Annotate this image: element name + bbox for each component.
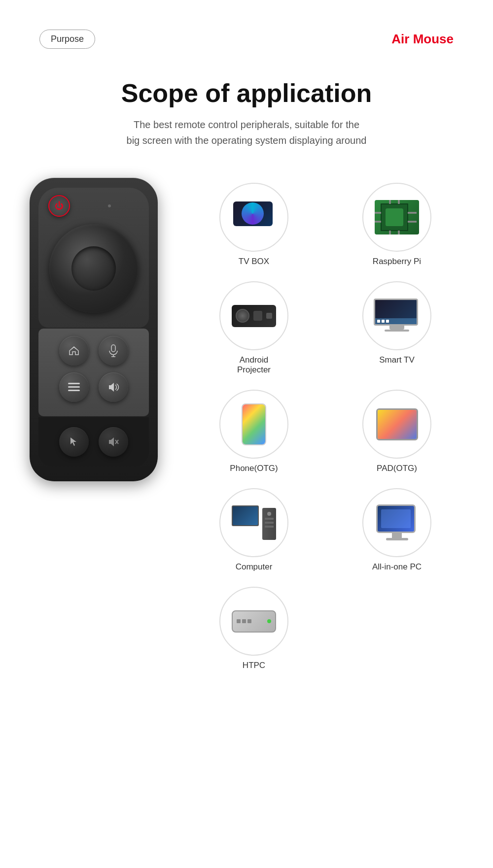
svg-rect-9 — [386, 208, 403, 226]
projector-body — [253, 311, 262, 321]
volume-button[interactable] — [99, 372, 128, 402]
main-content: ⏻ — [0, 158, 493, 690]
aio-label: All-in-one PC — [372, 562, 422, 572]
aio-stand — [392, 533, 402, 538]
cursor-button[interactable] — [59, 427, 89, 457]
pad-label: PAD(OTG) — [377, 464, 417, 473]
phone-label: Phone(OTG) — [230, 464, 278, 473]
device-tvbox: TV BOX — [187, 183, 320, 267]
projector-label: AndroidProjecter — [237, 355, 271, 375]
smart-tv-circle — [362, 281, 431, 350]
tvbox-icon — [233, 201, 275, 234]
button-row-1 — [43, 336, 144, 366]
remote-top-bar: ⏻ — [43, 195, 144, 217]
scroll-wheel-inner — [71, 246, 116, 291]
tv-app-3 — [386, 320, 389, 323]
htpc-ports — [237, 619, 251, 623]
aio-icon — [376, 504, 418, 541]
htpc-label: HTPC — [243, 661, 265, 670]
rpi-chip-svg — [375, 200, 417, 234]
tv-app-2 — [382, 320, 385, 323]
device-raspberry-pi: Raspberry Pi — [330, 183, 463, 267]
computer-circle — [219, 488, 288, 557]
remote-top-section: ⏻ — [38, 188, 149, 328]
tower-slot-2 — [265, 522, 274, 524]
aio-base — [386, 538, 408, 540]
htpc-port-2 — [242, 619, 246, 623]
monitor — [232, 505, 259, 526]
tv-app-1 — [377, 320, 380, 323]
button-row-bottom — [43, 427, 144, 457]
tvbox-glow — [242, 202, 264, 225]
tower-slot-3 — [265, 526, 274, 528]
pad-screen — [378, 410, 417, 439]
htpc-port-3 — [247, 619, 251, 623]
remote-led — [108, 204, 111, 207]
pad-icon — [376, 408, 418, 440]
aio-screen — [376, 504, 416, 533]
devices-grid: TV BOX — [187, 178, 463, 670]
device-aio: All-in-one PC — [330, 488, 463, 572]
computer-label: Computer — [236, 562, 273, 572]
htpc-circle — [219, 587, 288, 656]
projector-icon — [232, 305, 276, 327]
menu-button[interactable] — [59, 372, 89, 402]
tv-base — [385, 330, 409, 332]
device-smart-tv: Smart TV — [330, 281, 463, 375]
home-button[interactable] — [59, 336, 89, 366]
mute-button[interactable] — [99, 427, 128, 457]
device-computer: Computer — [187, 488, 320, 572]
projector-lens — [236, 309, 249, 323]
button-row-2 — [43, 372, 144, 402]
tv-taskbar — [375, 318, 417, 324]
mic-button[interactable] — [99, 336, 128, 366]
title-section: Scope of application The best remote con… — [0, 59, 493, 158]
tv-stand — [389, 326, 404, 330]
aio-circle — [362, 488, 431, 557]
device-projector: AndroidProjecter — [187, 281, 320, 375]
htpc-icon — [232, 610, 276, 633]
rpi-label: Raspberry Pi — [373, 257, 421, 267]
tvbox-body — [233, 201, 273, 226]
tv-screen — [374, 299, 418, 326]
projector-end — [266, 313, 272, 319]
purpose-label: Purpose — [51, 34, 84, 44]
tower — [262, 508, 276, 540]
smart-tv-icon — [374, 299, 421, 333]
svg-rect-4 — [68, 386, 80, 388]
computer-icon — [232, 505, 276, 540]
device-htpc: HTPC — [187, 587, 320, 670]
monitor-screen — [233, 506, 258, 525]
page-title: Scope of application — [39, 78, 454, 108]
device-phone: Phone(OTG) — [187, 390, 320, 473]
pad-circle — [362, 390, 431, 459]
subtitle: The best remote control peripherals, sui… — [39, 117, 454, 148]
scroll-wheel[interactable] — [49, 224, 138, 313]
rpi-circle — [362, 183, 431, 252]
phone-circle — [219, 390, 288, 459]
htpc-light — [267, 619, 271, 623]
phone-icon — [242, 403, 266, 445]
power-button[interactable]: ⏻ — [48, 195, 70, 217]
svg-rect-5 — [68, 390, 80, 391]
tvbox-circle — [219, 183, 288, 252]
smart-tv-label: Smart TV — [379, 355, 414, 365]
htpc-port-1 — [237, 619, 241, 623]
rpi-icon — [375, 200, 419, 234]
phone-screen — [243, 404, 265, 444]
aio-inner — [381, 509, 411, 528]
tvbox-label: TV BOX — [239, 257, 269, 267]
tower-slot-1 — [265, 518, 274, 520]
air-mouse-label: Air Mouse — [391, 32, 454, 47]
remote-bottom-section — [38, 417, 149, 467]
remote-middle-section — [38, 329, 149, 416]
svg-rect-3 — [68, 383, 80, 384]
header: Purpose Air Mouse — [0, 0, 493, 59]
svg-rect-0 — [111, 345, 115, 352]
remote-container: ⏻ — [20, 178, 168, 481]
remote-control: ⏻ — [30, 178, 158, 481]
purpose-badge: Purpose — [39, 30, 95, 49]
tower-btn — [267, 512, 271, 516]
projector-circle — [219, 281, 288, 350]
device-pad: PAD(OTG) — [330, 390, 463, 473]
